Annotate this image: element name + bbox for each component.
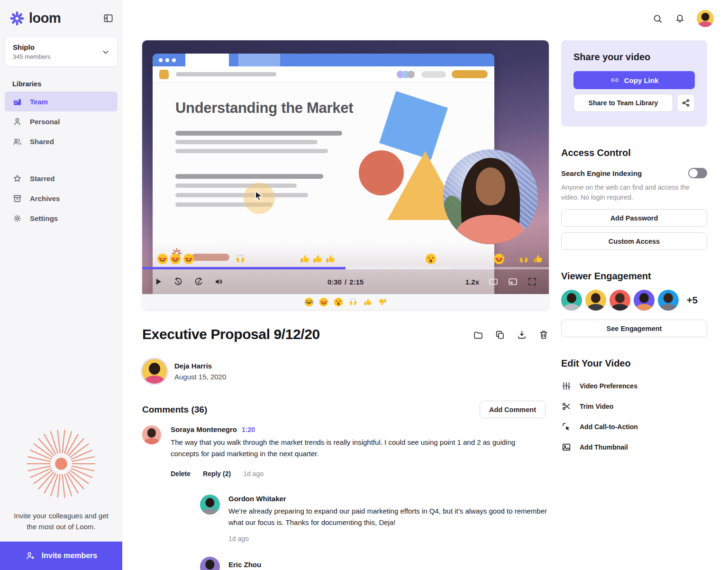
theater-mode-icon[interactable] xyxy=(488,276,499,287)
gear-icon xyxy=(12,213,22,223)
image-icon xyxy=(561,442,572,452)
viewer-engagement-heading: Viewer Engagement xyxy=(561,271,707,282)
sidebar-item-shared[interactable]: Shared xyxy=(5,131,118,151)
invite-members-button[interactable]: Invite members xyxy=(0,542,122,570)
chevron-down-icon xyxy=(101,47,110,57)
reaction-wow-icon[interactable] xyxy=(333,297,344,307)
sidebar: loom Shiplo 345 members Libraries Team P… xyxy=(0,0,122,570)
access-control-heading: Access Control xyxy=(561,147,707,158)
svg-text:5: 5 xyxy=(198,280,200,285)
viewer-avatar[interactable] xyxy=(634,290,655,311)
timeline-reaction-thumbs-up-icon xyxy=(532,253,544,265)
viewer-avatar[interactable] xyxy=(561,290,582,311)
viewer-avatar[interactable] xyxy=(585,290,606,311)
comment-timestamp-link[interactable]: 1:20 xyxy=(242,426,255,433)
reaction-raised-hands-icon[interactable] xyxy=(348,297,358,307)
edit-video-heading: Edit Your Video xyxy=(561,358,707,369)
edit-item-label: Video Preferences xyxy=(580,382,637,390)
viewer-avatar[interactable] xyxy=(610,290,630,311)
browser-address-bar xyxy=(176,72,276,76)
copy-icon[interactable] xyxy=(495,330,505,340)
loom-logo-text: loom xyxy=(29,10,61,26)
comment: Soraya Montenegro 1:20 The way that you … xyxy=(142,425,549,570)
picture-in-picture-icon[interactable] xyxy=(508,276,518,287)
sidebar-item-label: Archives xyxy=(30,194,60,202)
commenter-avatar xyxy=(200,557,220,570)
building-icon xyxy=(12,97,22,107)
sidebar-item-starred[interactable]: Starred xyxy=(5,168,118,188)
svg-text:5: 5 xyxy=(177,280,180,285)
share-heading: Share your video xyxy=(573,52,695,63)
right-panel: Share your video Copy Link Share to Team… xyxy=(561,40,707,457)
folder-icon[interactable] xyxy=(473,330,483,340)
bell-icon[interactable] xyxy=(674,13,685,24)
loom-logo-icon xyxy=(9,11,25,26)
forward-5-button[interactable]: 5 xyxy=(193,276,204,287)
sidebar-item-settings[interactable]: Settings xyxy=(5,208,118,228)
commenter-name: Eric Zhou xyxy=(228,561,261,569)
timeline-highlight-bar xyxy=(191,254,229,261)
browser-traffic-dots xyxy=(153,54,182,66)
viewer-avatar[interactable] xyxy=(658,290,679,311)
video-canvas[interactable]: Understanding the Market xyxy=(142,40,549,294)
person-icon xyxy=(12,117,22,127)
rewind-5-button[interactable]: 5 xyxy=(173,276,183,287)
share-options-button[interactable] xyxy=(677,94,695,112)
logo-row: loom xyxy=(0,0,122,26)
invite-message: Invite your colleagues and get the most … xyxy=(9,510,114,533)
playback-speed-button[interactable]: 1.2x xyxy=(465,278,479,286)
trim-video-item[interactable]: Trim Video xyxy=(561,396,707,416)
trash-icon[interactable] xyxy=(538,330,549,340)
workspace-switcher[interactable]: Shiplo 345 members xyxy=(5,37,118,67)
search-indexing-toggle[interactable] xyxy=(688,168,707,178)
sidebar-item-archives[interactable]: Archives xyxy=(5,188,118,208)
download-icon[interactable] xyxy=(517,330,527,340)
time-separator: / xyxy=(345,278,346,286)
volume-icon[interactable] xyxy=(214,276,224,287)
workspace-member-count: 345 members xyxy=(13,53,109,60)
delete-comment-button[interactable]: Delete xyxy=(171,470,191,478)
comment-reply: Eric Zhou xyxy=(200,557,549,570)
player-controls: 5 5 0:30 / 2:15 1.2x xyxy=(142,269,549,294)
fullscreen-icon[interactable] xyxy=(527,276,537,287)
workspace-name: Shiplo xyxy=(13,43,109,51)
copy-link-button[interactable]: Copy Link xyxy=(573,71,695,89)
reaction-thumbs-down-icon[interactable] xyxy=(377,297,388,307)
author-name: Deja Harris xyxy=(174,362,226,370)
sidebar-item-label: Shared xyxy=(30,138,54,146)
video-preferences-item[interactable]: Video Preferences xyxy=(561,376,707,396)
comment-reply: Gordon Whitaker We’re already preparing … xyxy=(200,495,549,542)
add-password-button[interactable]: Add Password xyxy=(561,209,707,227)
reply-button[interactable]: Reply (2) xyxy=(203,470,231,478)
sidebar-collapse-icon[interactable] xyxy=(103,13,114,24)
add-thumbnail-item[interactable]: Add Thumbnail xyxy=(561,437,707,457)
comment-body: We’re already preparing to expand our pa… xyxy=(228,506,549,528)
sidebar-item-team[interactable]: Team xyxy=(5,92,118,111)
edit-item-label: Add Call-to-Action xyxy=(580,423,638,431)
reaction-thumbs-up-icon[interactable] xyxy=(363,297,373,307)
recorded-cursor xyxy=(244,183,275,214)
add-comment-button[interactable]: Add Comment xyxy=(480,401,546,418)
time-display: 0:30 / 2:15 xyxy=(328,278,364,286)
reaction-joy-icon[interactable] xyxy=(304,297,314,307)
timeline-reaction-raised-hands-icon xyxy=(234,253,246,265)
people-icon xyxy=(12,137,22,147)
add-cta-item[interactable]: Add Call-to-Action xyxy=(561,416,707,437)
play-button[interactable] xyxy=(154,277,163,286)
access-description: Anyone on the web can find and access th… xyxy=(561,183,707,202)
sidebar-item-personal[interactable]: Personal xyxy=(5,111,118,131)
browser-tab-secondary xyxy=(238,54,280,66)
custom-access-button[interactable]: Custom Access xyxy=(561,232,707,250)
search-icon[interactable] xyxy=(652,13,663,24)
copy-link-label: Copy Link xyxy=(624,76,659,84)
share-team-library-button[interactable]: Share to Team Library xyxy=(573,94,673,112)
timeline-reaction-thumbs-up-icon xyxy=(299,253,311,265)
commenter-avatar xyxy=(142,425,161,444)
timeline-reaction-raised-hands-icon xyxy=(518,253,530,265)
commenter-name: Gordon Whitaker xyxy=(228,495,549,503)
sidebar-item-label: Personal xyxy=(30,118,60,126)
user-avatar[interactable] xyxy=(697,10,714,27)
reaction-heart-eyes-icon[interactable] xyxy=(318,297,329,307)
video-player: Understanding the Market xyxy=(142,40,549,310)
see-engagement-button[interactable]: See Engagement xyxy=(561,320,707,337)
